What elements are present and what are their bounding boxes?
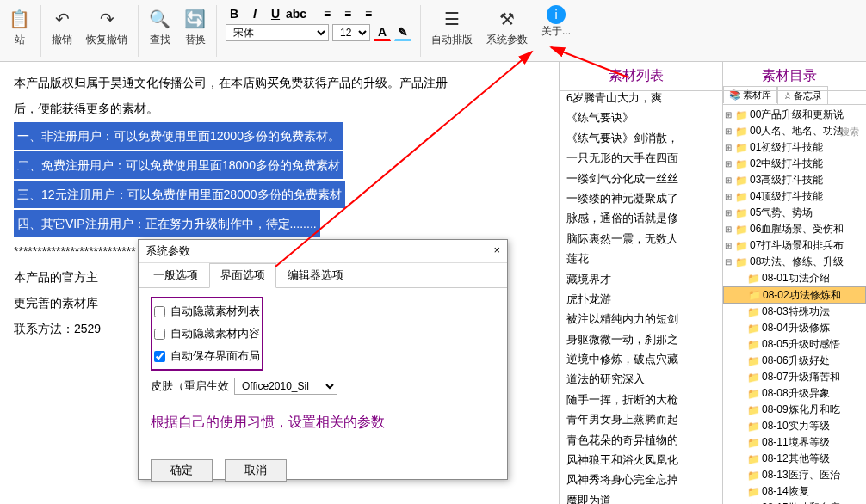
tree-node[interactable]: ⊞📁00产品升级和更新说	[723, 107, 866, 123]
dialog-title-bar[interactable]: 系统参数 ×	[139, 240, 507, 263]
expand-icon[interactable]: ⊞	[723, 159, 733, 169]
material-list-label: 素材列表	[560, 62, 713, 90]
expand-icon[interactable]: ⊞	[723, 241, 733, 250]
tree-node[interactable]: ⊟📁08功法、修练、升级	[723, 254, 866, 270]
tree-node[interactable]: 📁08-12其他等级	[723, 451, 866, 467]
expand-icon[interactable]: ⊞	[723, 110, 733, 120]
expand-icon[interactable]: ⊞	[723, 192, 733, 201]
align-center-button[interactable]: ≡	[339, 5, 356, 22]
strike-button[interactable]: abc	[288, 5, 305, 22]
chk-hide-content[interactable]	[154, 329, 165, 340]
tree-node[interactable]: ⊞📁01初级打斗技能	[723, 139, 866, 156]
underline-button[interactable]: U	[267, 5, 284, 22]
tree-node[interactable]: 📁08-09炼化丹和吃	[723, 402, 866, 418]
paste-button[interactable]: 📋站	[2, 3, 37, 49]
find-button[interactable]: 🔍查找	[142, 3, 177, 49]
tree-node[interactable]: 📁08-03特殊功法	[723, 304, 866, 320]
editor-highlight: 三、12元注册用户：可以免费使用里面28000多份的免费素材	[14, 181, 345, 208]
list-item[interactable]: 一只无形的大手在四面	[566, 148, 719, 168]
expand-icon[interactable]: ⊞	[723, 175, 733, 185]
tree-label: 00产品升级和更新说	[750, 108, 844, 122]
redo-button[interactable]: ↷恢复撤销	[79, 3, 134, 49]
bold-button[interactable]: B	[226, 5, 243, 22]
expand-icon[interactable]: ⊞	[723, 224, 733, 234]
list-item[interactable]: 藏境界才	[566, 269, 719, 289]
chk-hide-list[interactable]	[154, 306, 165, 317]
list-item[interactable]: 脑际裏然一震，无数人	[566, 229, 719, 249]
tree-node[interactable]: 📁08-06升级好处	[723, 353, 866, 369]
list-item[interactable]: 一缕剑气分化成一丝丝	[566, 169, 719, 188]
cancel-button[interactable]: 取消	[225, 459, 287, 482]
list-item[interactable]: 道法的研究深入	[566, 369, 719, 389]
list-item[interactable]: 身躯微微一动，刹那之	[566, 329, 719, 349]
list-item[interactable]: 莲花	[566, 249, 719, 268]
tree-node[interactable]: 📁08-11境界等级	[723, 434, 866, 451]
tree-node[interactable]: ⊞📁04顶级打斗技能	[723, 188, 866, 205]
tree-label: 08-15散功和自废	[762, 501, 840, 504]
replace-button[interactable]: 🔄替换	[177, 3, 213, 49]
list-item[interactable]: 《练气要诀》	[566, 108, 719, 127]
tree-body[interactable]: ⊞📁00产品升级和更新说⊞📁00人名、地名、功法⊞📁01初级打斗技能⊞📁02中级…	[723, 105, 866, 504]
folder-icon: 📁	[747, 355, 760, 367]
tree-label: 02中级打斗技能	[750, 157, 823, 171]
tree-node[interactable]: 📁08-14恢复	[723, 483, 866, 500]
tree-node[interactable]: ⊞📁03高级打斗技能	[723, 172, 866, 188]
list-item[interactable]: 风神秀将身心完全忘掉	[566, 470, 719, 489]
align-left-button[interactable]: ≡	[319, 5, 336, 22]
folder-icon: 📁	[735, 175, 748, 187]
tree-node[interactable]: 📁08-02功法修炼和	[723, 286, 866, 304]
expand-icon[interactable]: ⊞	[723, 126, 733, 136]
tree-label: 08-14恢复	[762, 484, 809, 499]
tree-node[interactable]: 📁08-07升级痛苦和	[723, 369, 866, 385]
search-input[interactable]: 搜索	[838, 124, 864, 140]
list-item[interactable]: 青年男女身上蒸腾而起	[566, 409, 719, 429]
tab-interface[interactable]: 界面选项	[209, 263, 276, 288]
tree-node[interactable]: 📁08-13医疗、医治	[723, 467, 866, 483]
size-select[interactable]: 12	[332, 24, 370, 41]
tree-node[interactable]: 📁08-15散功和自废	[723, 500, 866, 504]
tree-node[interactable]: 📁08-04升级修炼	[723, 320, 866, 336]
tree-node[interactable]: ⊞📁05气势、势场	[723, 205, 866, 221]
font-select[interactable]: 宋体	[226, 24, 329, 41]
folder-icon: 📁	[747, 339, 760, 351]
highlight-button[interactable]: ✎	[394, 24, 411, 41]
tree-node[interactable]: 📁08-10实力等级	[723, 418, 866, 434]
material-list[interactable]: 6岁腾青山大力，爽《练气要诀》《练气要诀》剑消散，一只无形的大手在四面一缕剑气分…	[560, 62, 723, 504]
expand-icon[interactable]: ⊟	[723, 257, 733, 267]
folder-icon: 📁	[747, 273, 760, 285]
tree-node[interactable]: ⊞📁02中级打斗技能	[723, 156, 866, 172]
list-item[interactable]: 风神狼王和浴火凤凰化	[566, 450, 719, 470]
tree-node[interactable]: 📁08-08升级异象	[723, 385, 866, 402]
sys-params-button[interactable]: ⚒系统参数	[479, 3, 535, 49]
expand-icon[interactable]: ⊞	[723, 208, 733, 218]
skin-select[interactable]: Office2010_Sil	[234, 378, 337, 395]
tab-editor[interactable]: 编辑器选项	[276, 263, 355, 287]
list-item[interactable]: 随手一挥，折断的大枪	[566, 390, 719, 409]
close-icon[interactable]: ×	[493, 243, 500, 259]
italic-button[interactable]: I	[246, 5, 263, 22]
chk-save-layout[interactable]	[154, 351, 165, 362]
list-item[interactable]: 《练气要诀》剑消散，	[566, 128, 719, 148]
list-item[interactable]: 魔即为道	[566, 490, 719, 504]
list-item[interactable]: 虎扑龙游	[566, 289, 719, 309]
folder-icon: 📁	[747, 404, 760, 416]
list-item[interactable]: 一缕缕的神元凝聚成了	[566, 188, 719, 208]
tree-node[interactable]: 📁08-01功法介绍	[723, 270, 866, 286]
expand-icon[interactable]: ⊞	[723, 143, 733, 152]
font-color-button[interactable]: A	[374, 24, 391, 41]
tab-general[interactable]: 一般选项	[142, 263, 209, 287]
tree-label: 04顶级打斗技能	[750, 189, 823, 204]
tree-node[interactable]: ⊞📁07打斗场景和排兵布	[723, 237, 866, 254]
ok-button[interactable]: 确定	[151, 459, 213, 482]
editor-highlight: 一、非注册用户：可以免费使用里面12000多份的免费素材。	[14, 122, 343, 150]
list-item[interactable]: 逆境中修炼，破点穴藏	[566, 349, 719, 369]
list-item[interactable]: 被注以精纯内力的短剑	[566, 309, 719, 329]
tree-node[interactable]: ⊞📁06血腥场景、受伤和	[723, 221, 866, 237]
undo-button[interactable]: ↶撤销	[45, 3, 79, 49]
about-button[interactable]: i关于...	[535, 3, 578, 40]
list-item[interactable]: 脉感，通俗的话就是修	[566, 208, 719, 228]
auto-layout-button[interactable]: ☰自动排版	[424, 3, 479, 49]
list-item[interactable]: 青色花朵的奇异植物的	[566, 430, 719, 450]
align-right-button[interactable]: ≡	[360, 5, 377, 22]
tree-node[interactable]: 📁08-05升级时感悟	[723, 336, 866, 353]
